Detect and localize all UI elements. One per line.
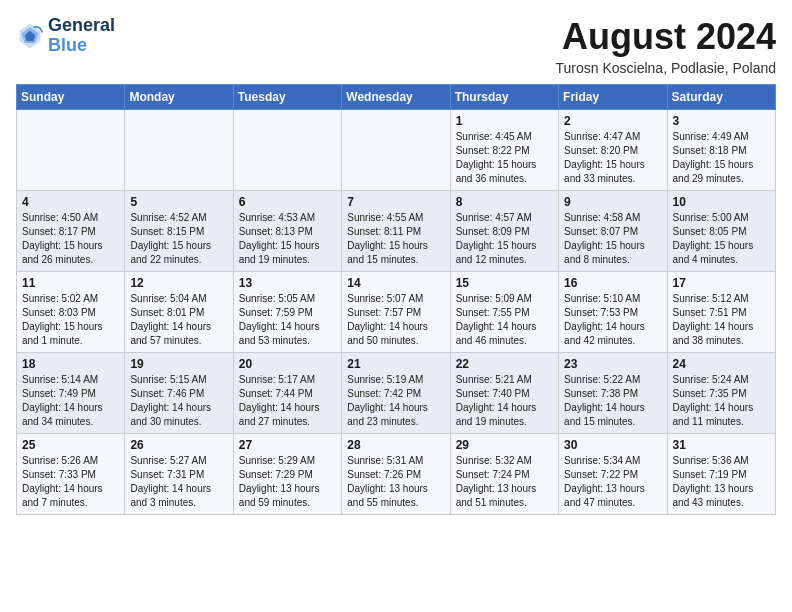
- weekday-header-friday: Friday: [559, 85, 667, 110]
- logo-icon: [16, 22, 44, 50]
- calendar-cell: 22Sunrise: 5:21 AM Sunset: 7:40 PM Dayli…: [450, 353, 558, 434]
- calendar-cell: 3Sunrise: 4:49 AM Sunset: 8:18 PM Daylig…: [667, 110, 775, 191]
- calendar-cell: 30Sunrise: 5:34 AM Sunset: 7:22 PM Dayli…: [559, 434, 667, 515]
- calendar-cell: 26Sunrise: 5:27 AM Sunset: 7:31 PM Dayli…: [125, 434, 233, 515]
- day-number: 28: [347, 438, 444, 452]
- day-info: Sunrise: 5:10 AM Sunset: 7:53 PM Dayligh…: [564, 292, 661, 348]
- day-info: Sunrise: 4:58 AM Sunset: 8:07 PM Dayligh…: [564, 211, 661, 267]
- day-number: 2: [564, 114, 661, 128]
- calendar-cell: 6Sunrise: 4:53 AM Sunset: 8:13 PM Daylig…: [233, 191, 341, 272]
- day-number: 18: [22, 357, 119, 371]
- calendar-cell: 5Sunrise: 4:52 AM Sunset: 8:15 PM Daylig…: [125, 191, 233, 272]
- day-number: 26: [130, 438, 227, 452]
- day-number: 1: [456, 114, 553, 128]
- day-info: Sunrise: 4:49 AM Sunset: 8:18 PM Dayligh…: [673, 130, 770, 186]
- day-number: 7: [347, 195, 444, 209]
- day-number: 24: [673, 357, 770, 371]
- day-info: Sunrise: 5:12 AM Sunset: 7:51 PM Dayligh…: [673, 292, 770, 348]
- location-subtitle: Turosn Koscielna, Podlasie, Poland: [556, 60, 777, 76]
- day-number: 29: [456, 438, 553, 452]
- calendar-cell: 2Sunrise: 4:47 AM Sunset: 8:20 PM Daylig…: [559, 110, 667, 191]
- day-info: Sunrise: 5:34 AM Sunset: 7:22 PM Dayligh…: [564, 454, 661, 510]
- calendar-cell: 4Sunrise: 4:50 AM Sunset: 8:17 PM Daylig…: [17, 191, 125, 272]
- day-number: 31: [673, 438, 770, 452]
- weekday-header-row: SundayMondayTuesdayWednesdayThursdayFrid…: [17, 85, 776, 110]
- day-info: Sunrise: 4:55 AM Sunset: 8:11 PM Dayligh…: [347, 211, 444, 267]
- weekday-header-tuesday: Tuesday: [233, 85, 341, 110]
- day-number: 22: [456, 357, 553, 371]
- day-info: Sunrise: 5:32 AM Sunset: 7:24 PM Dayligh…: [456, 454, 553, 510]
- day-info: Sunrise: 4:45 AM Sunset: 8:22 PM Dayligh…: [456, 130, 553, 186]
- day-number: 17: [673, 276, 770, 290]
- calendar-cell: 1Sunrise: 4:45 AM Sunset: 8:22 PM Daylig…: [450, 110, 558, 191]
- day-info: Sunrise: 5:26 AM Sunset: 7:33 PM Dayligh…: [22, 454, 119, 510]
- week-row-4: 18Sunrise: 5:14 AM Sunset: 7:49 PM Dayli…: [17, 353, 776, 434]
- weekday-header-saturday: Saturday: [667, 85, 775, 110]
- calendar-cell: 8Sunrise: 4:57 AM Sunset: 8:09 PM Daylig…: [450, 191, 558, 272]
- weekday-header-sunday: Sunday: [17, 85, 125, 110]
- week-row-5: 25Sunrise: 5:26 AM Sunset: 7:33 PM Dayli…: [17, 434, 776, 515]
- calendar-cell: 29Sunrise: 5:32 AM Sunset: 7:24 PM Dayli…: [450, 434, 558, 515]
- calendar-cell: 11Sunrise: 5:02 AM Sunset: 8:03 PM Dayli…: [17, 272, 125, 353]
- day-info: Sunrise: 4:47 AM Sunset: 8:20 PM Dayligh…: [564, 130, 661, 186]
- weekday-header-wednesday: Wednesday: [342, 85, 450, 110]
- day-info: Sunrise: 5:00 AM Sunset: 8:05 PM Dayligh…: [673, 211, 770, 267]
- calendar-cell: 25Sunrise: 5:26 AM Sunset: 7:33 PM Dayli…: [17, 434, 125, 515]
- calendar-cell: [342, 110, 450, 191]
- day-info: Sunrise: 5:09 AM Sunset: 7:55 PM Dayligh…: [456, 292, 553, 348]
- day-info: Sunrise: 4:52 AM Sunset: 8:15 PM Dayligh…: [130, 211, 227, 267]
- calendar-cell: [17, 110, 125, 191]
- day-number: 16: [564, 276, 661, 290]
- day-info: Sunrise: 5:24 AM Sunset: 7:35 PM Dayligh…: [673, 373, 770, 429]
- calendar-cell: 15Sunrise: 5:09 AM Sunset: 7:55 PM Dayli…: [450, 272, 558, 353]
- day-number: 10: [673, 195, 770, 209]
- day-number: 12: [130, 276, 227, 290]
- day-number: 19: [130, 357, 227, 371]
- day-number: 21: [347, 357, 444, 371]
- day-info: Sunrise: 5:19 AM Sunset: 7:42 PM Dayligh…: [347, 373, 444, 429]
- calendar-cell: 24Sunrise: 5:24 AM Sunset: 7:35 PM Dayli…: [667, 353, 775, 434]
- day-number: 11: [22, 276, 119, 290]
- logo: General Blue: [16, 16, 115, 56]
- day-info: Sunrise: 4:53 AM Sunset: 8:13 PM Dayligh…: [239, 211, 336, 267]
- week-row-3: 11Sunrise: 5:02 AM Sunset: 8:03 PM Dayli…: [17, 272, 776, 353]
- day-info: Sunrise: 5:27 AM Sunset: 7:31 PM Dayligh…: [130, 454, 227, 510]
- day-number: 3: [673, 114, 770, 128]
- week-row-1: 1Sunrise: 4:45 AM Sunset: 8:22 PM Daylig…: [17, 110, 776, 191]
- weekday-header-thursday: Thursday: [450, 85, 558, 110]
- day-info: Sunrise: 4:50 AM Sunset: 8:17 PM Dayligh…: [22, 211, 119, 267]
- calendar-cell: 14Sunrise: 5:07 AM Sunset: 7:57 PM Dayli…: [342, 272, 450, 353]
- day-info: Sunrise: 5:15 AM Sunset: 7:46 PM Dayligh…: [130, 373, 227, 429]
- day-number: 6: [239, 195, 336, 209]
- day-info: Sunrise: 5:05 AM Sunset: 7:59 PM Dayligh…: [239, 292, 336, 348]
- day-info: Sunrise: 5:17 AM Sunset: 7:44 PM Dayligh…: [239, 373, 336, 429]
- calendar-cell: 17Sunrise: 5:12 AM Sunset: 7:51 PM Dayli…: [667, 272, 775, 353]
- calendar-cell: 12Sunrise: 5:04 AM Sunset: 8:01 PM Dayli…: [125, 272, 233, 353]
- calendar-cell: [125, 110, 233, 191]
- day-number: 14: [347, 276, 444, 290]
- day-number: 4: [22, 195, 119, 209]
- calendar-cell: 13Sunrise: 5:05 AM Sunset: 7:59 PM Dayli…: [233, 272, 341, 353]
- day-info: Sunrise: 5:02 AM Sunset: 8:03 PM Dayligh…: [22, 292, 119, 348]
- day-info: Sunrise: 5:31 AM Sunset: 7:26 PM Dayligh…: [347, 454, 444, 510]
- calendar-cell: 19Sunrise: 5:15 AM Sunset: 7:46 PM Dayli…: [125, 353, 233, 434]
- day-info: Sunrise: 5:36 AM Sunset: 7:19 PM Dayligh…: [673, 454, 770, 510]
- calendar-cell: 31Sunrise: 5:36 AM Sunset: 7:19 PM Dayli…: [667, 434, 775, 515]
- day-number: 8: [456, 195, 553, 209]
- logo-text: General Blue: [48, 16, 115, 56]
- day-number: 13: [239, 276, 336, 290]
- calendar-cell: 10Sunrise: 5:00 AM Sunset: 8:05 PM Dayli…: [667, 191, 775, 272]
- day-info: Sunrise: 5:04 AM Sunset: 8:01 PM Dayligh…: [130, 292, 227, 348]
- day-info: Sunrise: 4:57 AM Sunset: 8:09 PM Dayligh…: [456, 211, 553, 267]
- week-row-2: 4Sunrise: 4:50 AM Sunset: 8:17 PM Daylig…: [17, 191, 776, 272]
- day-info: Sunrise: 5:21 AM Sunset: 7:40 PM Dayligh…: [456, 373, 553, 429]
- day-info: Sunrise: 5:07 AM Sunset: 7:57 PM Dayligh…: [347, 292, 444, 348]
- calendar-table: SundayMondayTuesdayWednesdayThursdayFrid…: [16, 84, 776, 515]
- day-number: 9: [564, 195, 661, 209]
- calendar-cell: 21Sunrise: 5:19 AM Sunset: 7:42 PM Dayli…: [342, 353, 450, 434]
- day-number: 27: [239, 438, 336, 452]
- day-info: Sunrise: 5:22 AM Sunset: 7:38 PM Dayligh…: [564, 373, 661, 429]
- day-number: 20: [239, 357, 336, 371]
- day-number: 15: [456, 276, 553, 290]
- day-number: 25: [22, 438, 119, 452]
